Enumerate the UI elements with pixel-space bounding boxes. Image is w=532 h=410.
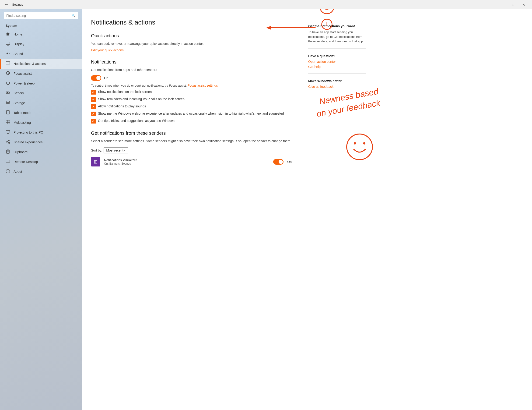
- sidebar-icon-storage: [6, 100, 10, 106]
- sort-value: Most recent: [106, 148, 123, 152]
- sidebar-icon-battery: [6, 91, 10, 96]
- sidebar-icon-focus: [6, 71, 10, 76]
- senders-heading: Get notifications from these senders: [91, 130, 292, 136]
- sidebar-label-projecting: Projecting to this PC: [14, 130, 43, 134]
- notifications-heading: Notifications: [91, 59, 292, 65]
- sidebar-label-notifications: Notifications & actions: [14, 62, 46, 66]
- checkbox-label-voip: Show reminders and incoming VoIP calls o…: [98, 97, 185, 102]
- focus-assist-settings-link[interactable]: Focus assist settings: [188, 84, 218, 87]
- sidebar-label-sound: Sound: [14, 52, 23, 56]
- sidebar-item-battery[interactable]: Battery: [0, 88, 82, 98]
- get-help-link[interactable]: Get help: [308, 65, 366, 69]
- sidebar-item-clipboard[interactable]: Clipboard: [0, 147, 82, 157]
- sidebar-items-container: Home Display Sound Notifications & actio…: [0, 29, 82, 176]
- svg-point-17: [6, 141, 8, 142]
- apps-container: ⊞ Notifications Visualizer On: Banners, …: [91, 157, 292, 166]
- sidebar-item-projecting[interactable]: Projecting to this PC: [0, 127, 82, 137]
- give-feedback-link[interactable]: Give us feedback: [308, 85, 366, 88]
- notifications-toggle-label: On: [104, 76, 108, 80]
- svg-rect-13: [8, 122, 10, 124]
- sidebar-section-system: System: [0, 21, 82, 29]
- sidebar-label-display: Display: [14, 42, 24, 46]
- app-sub-notif-viz: On: Banners, Sounds: [104, 162, 269, 165]
- senders-section: Get notifications from these senders Sel…: [91, 130, 292, 166]
- checkbox-sounds[interactable]: [91, 104, 96, 109]
- svg-rect-11: [8, 120, 10, 122]
- sidebar-label-tablet: Tablet mode: [14, 111, 31, 115]
- sidebar-item-sound[interactable]: Sound: [0, 49, 82, 59]
- sidebar-item-storage[interactable]: Storage: [0, 98, 82, 108]
- svg-point-18: [9, 142, 10, 144]
- close-button[interactable]: ✕: [518, 1, 529, 8]
- checkbox-label-lockscreen: Show notifications on the lock screen: [98, 90, 152, 94]
- sidebar-item-display[interactable]: Display: [0, 39, 82, 49]
- sidebar-label-about: About: [14, 170, 22, 174]
- sort-by-label: Sort by:: [91, 148, 102, 152]
- sidebar: 🔍 System Home Display Sound Notification…: [0, 9, 82, 410]
- svg-point-16: [9, 140, 10, 141]
- right-section1-heading: Get the notifications you want: [308, 24, 366, 28]
- window-controls: — □ ✕: [497, 1, 529, 8]
- checkboxes-container: Show notifications on the lock screen Sh…: [91, 90, 292, 124]
- svg-point-7: [9, 103, 9, 103]
- svg-text:l: l: [326, 21, 328, 27]
- app-title: Settings: [12, 3, 23, 6]
- svg-rect-14: [6, 130, 10, 133]
- sidebar-icon-clipboard: [6, 149, 10, 155]
- open-action-center-link[interactable]: Open action center: [308, 60, 366, 64]
- checkbox-welcome[interactable]: [91, 112, 96, 116]
- sidebar-item-about[interactable]: i About: [0, 167, 82, 176]
- sidebar-icon-shared: [6, 140, 10, 145]
- right-sep-2: [308, 73, 366, 74]
- sidebar-item-multitasking[interactable]: Multitasking: [0, 118, 82, 127]
- svg-rect-1: [6, 62, 10, 64]
- sidebar-label-clipboard: Clipboard: [14, 150, 28, 154]
- sidebar-label-power: Power & sleep: [14, 81, 35, 85]
- right-section3-heading: Make Windows better: [308, 79, 366, 83]
- sidebar-item-shared[interactable]: Shared experiences: [0, 137, 82, 147]
- sidebar-icon-home: [6, 32, 10, 37]
- search-bar[interactable]: 🔍: [4, 12, 78, 19]
- sidebar-item-home[interactable]: Home: [0, 29, 82, 39]
- svg-rect-3: [7, 92, 8, 93]
- sidebar-item-remote[interactable]: Remote Desktop: [0, 157, 82, 167]
- notifications-toggle[interactable]: [91, 75, 101, 81]
- svg-rect-19: [7, 150, 9, 153]
- checkbox-row-voip: Show reminders and incoming VoIP calls o…: [91, 97, 292, 102]
- app-toggle-label-notif-viz: On: [287, 160, 292, 164]
- page-title: Notifications & actions: [91, 19, 292, 26]
- right-section1-desc: To have an app start sending you notific…: [308, 30, 366, 44]
- app-row-notif-viz[interactable]: ⊞ Notifications Visualizer On: Banners, …: [91, 157, 292, 166]
- checkbox-voip[interactable]: [91, 97, 96, 102]
- maximize-button[interactable]: □: [508, 1, 518, 8]
- svg-rect-12: [6, 122, 8, 124]
- back-button[interactable]: ←: [3, 1, 10, 8]
- sort-dropdown-button[interactable]: Most recent ▾: [104, 147, 128, 153]
- checkbox-row-tips: Get tips, tricks, and suggestions as you…: [91, 119, 292, 124]
- sidebar-item-power[interactable]: Power & sleep: [0, 78, 82, 88]
- titlebar: ← Settings — □ ✕: [0, 0, 532, 9]
- minimize-button[interactable]: —: [497, 1, 508, 8]
- content-area: Notifications & actions Quick actions Yo…: [91, 19, 301, 401]
- edit-quick-actions-link[interactable]: Edit your quick actions: [91, 48, 124, 52]
- app-name-notif-viz: Notifications Visualizer: [104, 158, 269, 162]
- app-info-notif-viz: Notifications Visualizer On: Banners, So…: [104, 158, 269, 165]
- sidebar-icon-display: [6, 41, 10, 47]
- app-icon-notif-viz: ⊞: [91, 157, 100, 166]
- sidebar-item-focus[interactable]: Focus assist: [0, 69, 82, 78]
- sidebar-item-notifications[interactable]: Notifications & actions: [0, 59, 82, 69]
- search-input[interactable]: [6, 14, 71, 18]
- sidebar-item-tablet[interactable]: Tablet mode: [0, 108, 82, 118]
- svg-rect-0: [6, 42, 10, 45]
- sidebar-icon-remote: [6, 159, 10, 164]
- checkbox-tips[interactable]: [91, 119, 96, 124]
- sidebar-label-multitasking: Multitasking: [14, 121, 31, 125]
- sidebar-icon-notifications: [6, 61, 10, 66]
- notifications-section: Notifications Get notifications from app…: [91, 59, 292, 124]
- get-notifications-label: Get notifications from apps and other se…: [91, 68, 157, 72]
- checkbox-label-tips: Get tips, tricks, and suggestions as you…: [98, 119, 175, 123]
- app-toggle-notif-viz[interactable]: [273, 159, 284, 165]
- checkbox-lockscreen[interactable]: [91, 90, 96, 95]
- svg-text:i: i: [8, 170, 8, 173]
- svg-rect-10: [6, 120, 8, 122]
